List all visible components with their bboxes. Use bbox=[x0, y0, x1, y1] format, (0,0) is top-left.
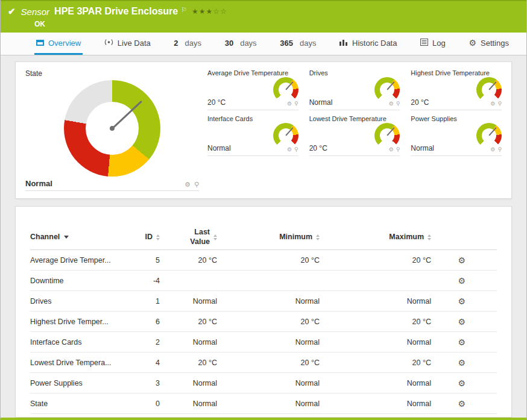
channel-minimum: 20 °C bbox=[217, 359, 320, 367]
channel-maximum: 20 °C bbox=[320, 359, 431, 367]
channel-minimum: Normal bbox=[217, 297, 320, 306]
tab-overview-label: Overview bbox=[48, 39, 81, 48]
channel-minimum: Normal bbox=[217, 338, 320, 346]
table-row: Lowest Drive Tempera... 4 20 °C 20 °C 20… bbox=[30, 353, 497, 373]
table-row: Power Supplies 3 Normal Normal Normal ⚙ bbox=[30, 373, 497, 393]
mini-gauge-value: 20 °C bbox=[207, 98, 226, 108]
state-gauge-label: State bbox=[25, 69, 199, 78]
pin-icon[interactable]: ⚲ bbox=[497, 101, 502, 107]
pin-icon[interactable]: ⚲ bbox=[194, 181, 199, 188]
tab-2-days-unit: days bbox=[185, 39, 201, 48]
column-header-last-value[interactable]: Last Value bbox=[160, 228, 217, 246]
tab-365-days-number: 365 bbox=[280, 39, 293, 48]
mini-gauge-label: Average Drive Temperature bbox=[207, 69, 298, 77]
channel-maximum: Normal bbox=[320, 379, 431, 387]
settings-gear-icon: ⚙ bbox=[469, 39, 476, 47]
pin-icon[interactable]: ⚲ bbox=[396, 101, 400, 107]
historic-data-icon bbox=[339, 39, 348, 48]
column-header-id[interactable]: ID bbox=[130, 233, 160, 242]
pin-icon[interactable]: ⚲ bbox=[497, 147, 502, 152]
mini-gauge[interactable] bbox=[273, 123, 298, 148]
mini-gauge[interactable] bbox=[476, 123, 502, 148]
pin-icon[interactable]: ⚲ bbox=[294, 147, 298, 152]
tab-live-data[interactable]: Live Data bbox=[103, 33, 153, 55]
channel-settings-icon[interactable]: ⚙ bbox=[458, 379, 465, 387]
tab-bar: Overview Live Data 2days 30days 365days … bbox=[1, 33, 526, 55]
main-content: State Normal ⚙ ⚲ Average bbox=[1, 55, 526, 418]
mini-gauge-block: Interface Cards Normal ⚙⚲ bbox=[207, 115, 298, 156]
tab-30-days[interactable]: 30days bbox=[223, 33, 259, 55]
gauge-needle bbox=[285, 81, 294, 90]
sort-icon bbox=[428, 234, 431, 240]
mini-gauge[interactable] bbox=[374, 123, 400, 148]
tab-365-days[interactable]: 365days bbox=[278, 33, 318, 55]
tab-2-days-number: 2 bbox=[174, 39, 178, 48]
mini-gauge-block: Average Drive Temperature 20 °C ⚙⚲ bbox=[207, 69, 298, 110]
channel-maximum: 20 °C bbox=[320, 256, 431, 265]
channel-last-value: 20 °C bbox=[160, 318, 217, 326]
tab-overview[interactable]: Overview bbox=[34, 33, 83, 55]
channel-settings-icon[interactable]: ⚙ bbox=[458, 359, 465, 367]
channel-maximum: Normal bbox=[320, 338, 431, 346]
channel-settings-icon[interactable]: ⚙ bbox=[458, 318, 465, 326]
gauge-needle bbox=[112, 101, 142, 129]
channel-settings-icon[interactable]: ⚙ bbox=[458, 338, 465, 346]
log-icon bbox=[420, 39, 428, 48]
column-header-channel[interactable]: Channel bbox=[30, 233, 130, 242]
tab-settings-label: Settings bbox=[481, 39, 509, 48]
mini-gauge-label: Drives bbox=[309, 69, 400, 77]
sort-desc-icon bbox=[64, 236, 69, 239]
priority-stars[interactable]: ★★★☆☆ bbox=[192, 7, 227, 16]
mini-gauge[interactable] bbox=[273, 77, 298, 102]
tab-2-days[interactable]: 2days bbox=[172, 33, 203, 55]
channel-settings-icon[interactable]: ⚙ bbox=[458, 400, 465, 408]
channel-name: Average Drive Temper... bbox=[30, 256, 130, 265]
mini-gauge-value: 20 °C bbox=[309, 144, 327, 154]
mini-gauge-label: Highest Drive Temperature bbox=[411, 69, 502, 77]
channel-name: Downtime bbox=[30, 277, 130, 285]
tab-log[interactable]: Log bbox=[418, 33, 447, 55]
tab-historic-data-label: Historic Data bbox=[352, 39, 397, 48]
channels-table-card: Channel ID Last Value Minimum Maximum Av… bbox=[15, 206, 512, 418]
flag-icon[interactable]: ⚐ bbox=[181, 6, 187, 14]
sensor-page: ✔ Sensor HPE 3PAR Drive Enclosure ⚐ ★★★☆… bbox=[0, 0, 527, 420]
channel-id: 0 bbox=[130, 400, 160, 408]
gear-icon[interactable]: ⚙ bbox=[185, 181, 191, 188]
pin-icon[interactable]: ⚲ bbox=[294, 101, 298, 107]
overview-icon bbox=[36, 40, 44, 46]
mini-gauge[interactable] bbox=[476, 77, 502, 102]
channel-name: Highest Drive Temper... bbox=[30, 318, 130, 326]
state-gauge-block: State Normal ⚙ ⚲ bbox=[25, 69, 199, 191]
channel-id: 5 bbox=[130, 256, 160, 265]
column-header-maximum[interactable]: Maximum bbox=[320, 233, 431, 242]
channel-id: 3 bbox=[130, 379, 160, 387]
mini-gauge-value: Normal bbox=[207, 144, 231, 154]
mini-gauge-value: 20 °C bbox=[411, 98, 429, 108]
channel-maximum: 20 °C bbox=[320, 318, 431, 326]
channel-settings-icon[interactable]: ⚙ bbox=[458, 256, 465, 265]
tab-live-data-label: Live Data bbox=[118, 39, 151, 48]
table-row: Drives 1 Normal Normal Normal ⚙ bbox=[30, 291, 497, 312]
channel-minimum: 20 °C bbox=[217, 256, 320, 265]
channel-last-value: 20 °C bbox=[160, 256, 217, 265]
tab-log-label: Log bbox=[432, 39, 446, 48]
channel-last-value: Normal bbox=[160, 400, 217, 408]
mini-gauge-block: Lowest Drive Temperature 20 °C ⚙⚲ bbox=[309, 115, 400, 156]
channel-maximum: Normal bbox=[320, 297, 431, 306]
mini-gauge-label: Interface Cards bbox=[207, 115, 298, 122]
tab-historic-data[interactable]: Historic Data bbox=[338, 33, 399, 55]
state-gauge[interactable] bbox=[64, 80, 160, 177]
column-header-minimum[interactable]: Minimum bbox=[217, 233, 320, 242]
pin-icon[interactable]: ⚲ bbox=[396, 147, 400, 152]
mini-gauge[interactable] bbox=[374, 77, 400, 102]
channel-settings-icon[interactable]: ⚙ bbox=[458, 297, 465, 306]
channel-name: Drives bbox=[30, 297, 130, 306]
channel-settings-icon[interactable]: ⚙ bbox=[458, 277, 465, 285]
status-badge: OK bbox=[34, 20, 519, 28]
gauge-needle bbox=[488, 81, 497, 90]
tab-settings[interactable]: ⚙ Settings bbox=[467, 33, 511, 55]
channel-id: 1 bbox=[130, 297, 160, 306]
tab-30-days-number: 30 bbox=[225, 39, 233, 48]
channel-last-value: Normal bbox=[160, 379, 217, 387]
channel-last-value: Normal bbox=[160, 338, 217, 346]
